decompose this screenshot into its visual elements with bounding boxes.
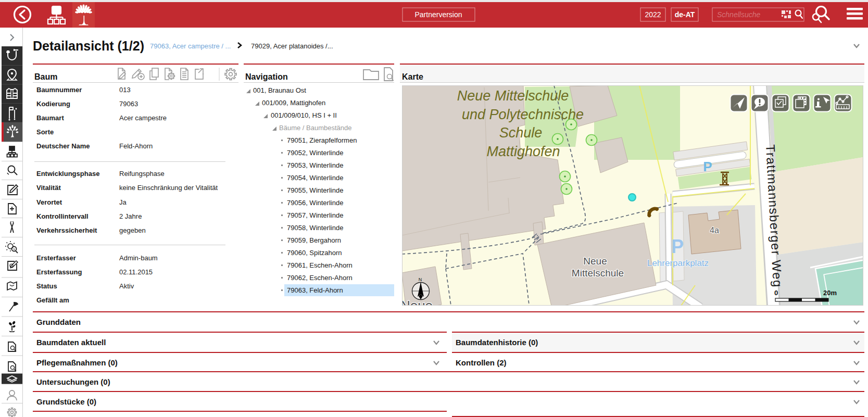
svg-text:P: P — [703, 159, 712, 174]
svg-text:2022: 2022 — [645, 10, 661, 19]
svg-text:Lehrerparkplatz: Lehrerparkplatz — [647, 258, 709, 268]
svg-text:P: P — [671, 236, 684, 257]
svg-text:N: N — [419, 277, 422, 282]
svg-text:4a: 4a — [710, 226, 719, 235]
svg-text:Schule: Schule — [499, 125, 543, 141]
svg-text:20m: 20m — [823, 289, 837, 297]
svg-text:de-AT: de-AT — [675, 10, 695, 19]
svg-text:und Polytechnische: und Polytechnische — [462, 107, 584, 122]
svg-text:Neue: Neue — [583, 256, 607, 267]
svg-text:Mattighofen: Mattighofen — [486, 144, 560, 159]
svg-text:Neue Mittelschule: Neue Mittelschule — [457, 88, 569, 104]
svg-text:Schnellsuche: Schnellsuche — [717, 10, 760, 19]
svg-text:Mittelschule: Mittelschule — [572, 268, 624, 279]
svg-text:0: 0 — [774, 289, 778, 297]
svg-text:Partnerversion: Partnerversion — [414, 10, 462, 19]
